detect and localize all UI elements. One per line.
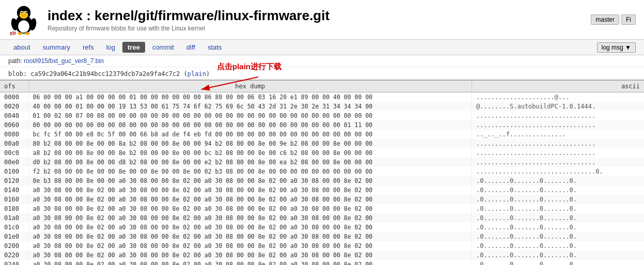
- cell-ofs: 0120: [0, 176, 28, 185]
- cell-ofs: 0200: [0, 241, 28, 251]
- cell-ascii: ................................: [472, 158, 644, 167]
- table-row: 0240a0 30 08 00 00 8e 02 00 a0 30 08 00 …: [0, 260, 644, 265]
- cell-ascii: .0.......0.......0.......0.: [472, 241, 644, 251]
- table-row: 002040 00 00 00 01 00 00 00 19 13 53 00 …: [0, 102, 644, 111]
- navbar: about summary refs log tree commit diff …: [0, 40, 644, 55]
- cell-hex: a8 b2 08 00 00 8e 00 00 8e b2 08 00 00 8…: [28, 148, 472, 158]
- cell-hex: a0 30 08 00 00 8e 02 00 a0 30 08 00 00 8…: [28, 260, 472, 265]
- cell-ofs: 0100: [0, 167, 28, 176]
- cell-ascii: .0.......0.......0.......0.: [472, 176, 644, 185]
- cell-hex: a0 30 08 00 00 8e 02 00 a0 30 08 00 00 8…: [28, 232, 472, 241]
- cell-hex: a0 30 08 00 00 8e 02 00 a0 30 08 00 00 8…: [28, 204, 472, 213]
- cell-ofs: 0180: [0, 204, 28, 213]
- table-row: 0080bc fc 5f 00 00 e8 0c 5f 00 00 66 b8 …: [0, 130, 644, 139]
- cell-ofs: 0160: [0, 195, 28, 204]
- cell-hex: 0e b3 08 00 00 8e 00 00 a0 30 08 00 00 8…: [28, 176, 472, 185]
- cell-hex: 80 b2 08 00 00 8e 00 00 8a b2 08 00 00 8…: [28, 139, 472, 148]
- col-ofs: ofs: [0, 80, 28, 92]
- table-row: 00a080 b2 08 00 00 8e 00 00 8a b2 08 00 …: [0, 139, 644, 148]
- path-root[interactable]: root: [24, 57, 35, 65]
- cell-ascii: .0.......0.......0.......0.: [472, 232, 644, 241]
- svg-point-10: [25, 33, 30, 35]
- cell-ascii: .0.......0.......0.......0.: [472, 195, 644, 204]
- cell-ofs: 0000: [0, 92, 28, 102]
- nav-commit[interactable]: commit: [147, 42, 179, 53]
- cell-hex: a0 30 08 00 00 8e 02 00 a0 30 08 00 00 8…: [28, 185, 472, 195]
- table-row: 000006 00 00 00 a1 00 00 00 00 01 00 00 …: [0, 92, 644, 102]
- cell-ofs: 01a0: [0, 213, 28, 223]
- nav-summary[interactable]: summary: [38, 42, 75, 53]
- cell-ofs: 01e0: [0, 232, 28, 241]
- svg-point-6: [21, 12, 22, 13]
- title-block: index : kernel/git/firmware/linux-firmwa…: [48, 8, 591, 32]
- cell-hex: bc fc 5f 00 00 e8 0c 5f 00 00 66 b8 ad d…: [28, 130, 472, 139]
- table-row: 0220a0 30 08 00 00 8e 02 00 a0 30 08 00 …: [0, 251, 644, 260]
- page-subtitle: Repository of firmware blobs for use wit…: [48, 25, 591, 32]
- cell-ascii: .....................@...: [472, 92, 644, 102]
- cell-ascii: ................................: [472, 111, 644, 120]
- svg-point-1: [18, 20, 29, 33]
- svg-point-7: [26, 12, 27, 13]
- nav-log[interactable]: log: [101, 42, 120, 53]
- cell-ofs: 00c0: [0, 148, 28, 158]
- cell-hex: f2 b2 08 00 00 8e 00 00 8e 00 00 8e 00 0…: [28, 167, 472, 176]
- svg-point-9: [18, 33, 23, 35]
- nav-tree[interactable]: tree: [122, 42, 145, 53]
- cell-hex: a0 30 08 00 00 8e 02 00 a0 30 08 00 00 8…: [28, 195, 472, 204]
- path-file[interactable]: bxt_guc_ver8_7.bin: [50, 57, 104, 65]
- pathbar: path: root/i915/bxt_guc_ver8_7.bin: [0, 55, 644, 67]
- table-row: 01a0a0 30 08 00 00 8e 02 00 a0 30 08 00 …: [0, 213, 644, 223]
- cell-ascii: ................................: [472, 148, 644, 158]
- nav-diff[interactable]: diff: [181, 42, 200, 53]
- cell-hex: a0 30 08 00 00 8e 02 00 a0 30 08 00 00 8…: [28, 251, 472, 260]
- table-row: 0160a0 30 08 00 00 8e 02 00 a0 30 08 00 …: [0, 195, 644, 204]
- cell-ascii: ................................: [472, 120, 644, 130]
- cell-hex: 00 00 00 00 00 00 00 00 00 00 00 00 00 0…: [28, 120, 472, 130]
- nav-about[interactable]: about: [8, 42, 36, 53]
- cell-ofs: 0020: [0, 102, 28, 111]
- table-row: 0180a0 30 08 00 00 8e 02 00 a0 30 08 00 …: [0, 204, 644, 213]
- cell-ofs: 0140: [0, 185, 28, 195]
- nav-right: log msg ▼: [597, 42, 636, 53]
- table-row: 00e0d0 b2 08 00 00 8e 00 00 d8 b2 08 00 …: [0, 158, 644, 167]
- cell-hex: a0 30 08 00 00 8e 02 00 a0 30 08 00 00 8…: [28, 223, 472, 232]
- table-body: 000006 00 00 00 a1 00 00 00 00 01 00 00 …: [0, 92, 644, 266]
- col-ascii: ascii: [472, 80, 644, 92]
- col-hex: hex dump: [28, 80, 472, 92]
- plain-link[interactable]: plain: [187, 70, 206, 77]
- log-msg-button[interactable]: log msg ▼: [597, 42, 636, 53]
- cell-ascii: .0.......0.......0.......0.: [472, 185, 644, 195]
- nav-stats[interactable]: stats: [202, 42, 227, 53]
- master-button[interactable]: master: [591, 14, 619, 25]
- cell-ascii: @........S.autobuildPC-1.0.1444.: [472, 102, 644, 111]
- fi-button[interactable]: Fi: [621, 14, 636, 25]
- nav-refs[interactable]: refs: [77, 42, 99, 53]
- header: git index : kernel/git/firmware/linux-fi…: [0, 0, 644, 40]
- cell-ofs: 00e0: [0, 158, 28, 167]
- cell-ascii: .0.......0.......0.......0.: [472, 213, 644, 223]
- page-main-title: index : kernel/git/firmware/linux-firmwa…: [48, 8, 591, 24]
- hex-dump-table: ofs hex dump ascii 000006 00 00 00 a1 00…: [0, 80, 644, 265]
- cell-hex: a0 30 08 00 00 8e 02 00 a0 30 08 00 00 8…: [28, 241, 472, 251]
- cell-ofs: 0080: [0, 130, 28, 139]
- table-row: 004001 00 02 00 07 00 08 00 00 00 00 00 …: [0, 111, 644, 120]
- path-folder[interactable]: i915: [36, 57, 48, 65]
- cell-ascii: .._.._..f...............: [472, 130, 644, 139]
- cell-ofs: 0040: [0, 111, 28, 120]
- path-label: path:: [8, 57, 22, 65]
- cell-hex: 40 00 00 00 01 00 00 00 19 13 53 00 61 7…: [28, 102, 472, 111]
- cell-ascii: .0.......0.......0.......0.: [472, 251, 644, 260]
- table-row: 00c0a8 b2 08 00 00 8e 00 00 8e b2 08 00 …: [0, 148, 644, 158]
- table-row: 01200e b3 08 00 00 8e 00 00 a0 30 08 00 …: [0, 176, 644, 185]
- cell-hex: 01 00 02 00 07 00 08 00 00 00 00 00 00 0…: [28, 111, 472, 120]
- cell-ofs: 0240: [0, 260, 28, 265]
- cell-ascii: .0.......0.......0.......0.: [472, 204, 644, 213]
- cell-ofs: 01c0: [0, 223, 28, 232]
- top-right-buttons: master Fi: [591, 14, 636, 25]
- cell-ofs: 0220: [0, 251, 28, 260]
- cell-ascii: ................................0.: [472, 167, 644, 176]
- blob-suffix: ): [206, 70, 210, 77]
- table-row: 01c0a0 30 08 00 00 8e 02 00 a0 30 08 00 …: [0, 223, 644, 232]
- svg-text:git: git: [10, 29, 16, 35]
- table-row: 0140a0 30 08 00 00 8e 02 00 a0 30 08 00 …: [0, 185, 644, 195]
